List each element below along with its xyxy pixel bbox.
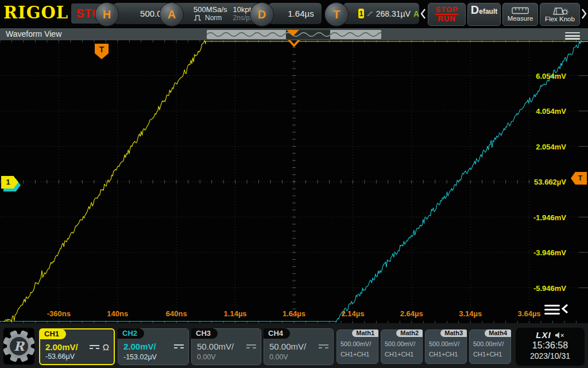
sample-rate: 500MSa/s: [194, 6, 227, 14]
math4-scale: 500.00mV/: [473, 340, 504, 347]
svg-text:R: R: [14, 339, 25, 354]
lxi-label: LXI: [536, 330, 551, 340]
math1-tab[interactable]: Math1: [352, 329, 378, 337]
ch2-offset: -153.02µV: [123, 353, 157, 361]
menu-icon[interactable]: [565, 30, 580, 41]
math1-expression: CH1+CH1: [341, 351, 369, 358]
pulse-icon: [194, 15, 203, 21]
horizontal-knob-button[interactable]: H: [95, 2, 119, 26]
acquire-knob-button[interactable]: A: [160, 2, 184, 26]
ch3-tab[interactable]: CH3: [191, 328, 218, 339]
v-axis-label: -5.946mV: [533, 283, 566, 292]
math4-expression: CH1+CH1: [473, 351, 502, 358]
ch1-offset: -53.66µV: [45, 352, 75, 361]
math3-tab[interactable]: Math3: [440, 329, 467, 337]
math2-scale: 500.00mV/: [385, 340, 415, 347]
math2-expression: CH1+CH1: [385, 351, 413, 358]
ch2-box[interactable]: CH2 2.00mV/ -153.02µV: [118, 328, 189, 365]
math4-box[interactable]: Math4 500.00mV/ CH1+CH1: [469, 329, 511, 364]
edge-rising-icon: [367, 9, 373, 18]
dc-coupling-icon: [90, 345, 99, 349]
ch4-tab[interactable]: CH4: [264, 328, 290, 339]
ch2-scale: 2.00mV/: [123, 342, 156, 351]
top-bar: RIGOL STOP H 500.00ns/ A 500MSa/s Norm 1…: [0, 0, 588, 27]
t-axis-label: 3.14µs: [459, 309, 482, 318]
t-axis-label: 1.64µs: [283, 309, 305, 318]
ch4-scale: 50.00mV/: [269, 342, 306, 351]
ch4-box[interactable]: CH4 50.00mV/ 0.00V: [264, 328, 334, 365]
math3-box[interactable]: Math3 500.00mV/ CH1+CH1: [425, 329, 467, 364]
ch4-offset: 0.00V: [269, 353, 288, 361]
ch2-tab[interactable]: CH2: [118, 328, 144, 339]
dc-coupling-icon: [174, 344, 184, 348]
ch3-scale: 50.00mV/: [197, 342, 234, 351]
math3-scale: 500.00mV/: [429, 340, 459, 347]
flex-knob-label: Flex Knob: [545, 16, 575, 22]
math1-scale: 500.00mV/: [341, 340, 371, 347]
t-axis-label: 3.64µs: [518, 309, 541, 318]
math4-tab[interactable]: Math4: [485, 329, 511, 337]
math1-box[interactable]: Math1 500.00mV/ CH1+CH1: [336, 329, 378, 364]
trigger-sweep-mode: A: [413, 9, 419, 18]
dc-coupling-icon: [319, 344, 328, 348]
trigger-knob-button[interactable]: T: [324, 2, 349, 26]
collapse-icon[interactable]: [544, 302, 570, 317]
ch1-scale: 2.00mV/: [45, 342, 78, 352]
math2-tab[interactable]: Math2: [396, 329, 423, 337]
t-axis-label: 1.14µs: [224, 309, 247, 318]
system-status-box[interactable]: LXI 15:36:58 2023/10/31: [516, 328, 585, 366]
bottom-bar: R CH1 2.00mV/ Ω -53.66µV CH2 2.00mV/ -15…: [0, 323, 588, 368]
nav-left-icon[interactable]: [420, 8, 427, 20]
system-time: 15:36:58: [516, 340, 585, 351]
t-axis-label: 140ns: [107, 309, 128, 318]
measure-icon: [512, 7, 529, 14]
v-axis-label: -1.946mV: [533, 213, 566, 221]
math2-box[interactable]: Math2 500.00mV/ CH1+CH1: [381, 329, 423, 364]
flex-knob-button[interactable]: Flex Knob: [540, 3, 580, 26]
stop-run-button[interactable]: STOP RUN: [428, 3, 466, 26]
ch1-box[interactable]: CH1 2.00mV/ Ω -53.66µV: [39, 328, 115, 365]
measure-button[interactable]: Measure: [502, 3, 538, 26]
dc-coupling-icon: [246, 344, 256, 348]
v-axis-label: 4.054mV: [536, 107, 566, 116]
t-axis-label: 2.64µs: [400, 309, 423, 318]
rigol-logo: RIGOL: [3, 3, 68, 22]
math3-expression: CH1+CH1: [429, 351, 458, 358]
plot-area: T 1 T 6.054mV4.054mV2.054mV53.662µV-1.94…: [0, 40, 588, 323]
acquire-mode: Norm: [205, 14, 222, 22]
system-date: 2023/10/31: [516, 351, 585, 361]
ch3-box[interactable]: CH3 50.00mV/ 0.00V: [191, 328, 261, 365]
v-axis-label: 6.054mV: [536, 71, 566, 80]
timeline-navigator[interactable]: [207, 30, 381, 39]
waveform-view-header: Waveform View: [0, 27, 588, 40]
t-axis-label: 640ns: [166, 309, 187, 318]
delay-knob-button[interactable]: D: [250, 2, 274, 26]
trigger-level-value: 268.31µV: [376, 9, 411, 18]
measure-label: Measure: [508, 15, 533, 22]
ch1-impedance: Ω: [103, 342, 109, 352]
t-axis-label: 2.14µs: [341, 309, 364, 318]
flex-knob-icon: [551, 7, 568, 15]
waveform-canvas: [0, 40, 588, 323]
nav-right-icon[interactable]: [581, 8, 587, 20]
ch1-tab[interactable]: CH1: [40, 329, 66, 339]
t-axis-label: -360ns: [47, 309, 71, 318]
trigger-source-badge: 1: [358, 9, 364, 18]
trigger-pill[interactable]: 1 268.31µV A: [343, 3, 419, 24]
sample-interval: 2ns/pt: [233, 14, 252, 22]
mute-icon: [555, 331, 564, 339]
v-axis-label: 2.054mV: [536, 142, 566, 151]
delay-value: 1.64µs: [288, 9, 314, 18]
delay-pill[interactable]: 1.64µs: [269, 3, 322, 24]
view-title: Waveform View: [6, 29, 61, 39]
default-button[interactable]: Default: [467, 3, 501, 26]
rigol-gear-logo[interactable]: R: [3, 328, 34, 365]
ch3-offset: 0.00V: [197, 353, 216, 361]
v-axis-label: -3.946mV: [533, 248, 566, 257]
v-axis-label: 53.662µV: [534, 178, 566, 186]
